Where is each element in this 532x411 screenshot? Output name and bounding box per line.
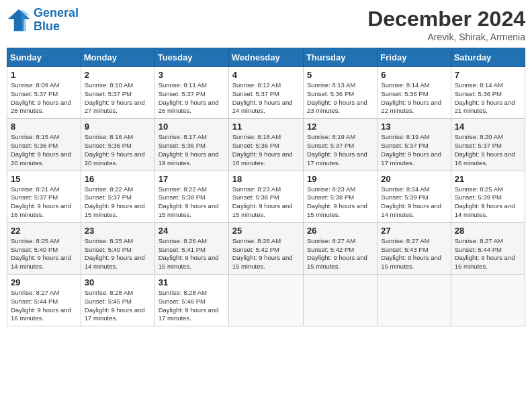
day-info: Sunrise: 8:28 AMSunset: 5:45 PMDaylight:… [85,289,151,323]
location: Arevik, Shirak, Armenia [367,32,525,42]
calendar-table: SundayMondayTuesdayWednesdayThursdayFrid… [7,48,525,326]
day-number: 16 [85,174,151,184]
calendar-cell: 16Sunrise: 8:22 AMSunset: 5:37 PMDayligh… [81,171,154,222]
day-number: 18 [232,174,300,184]
calendar-cell: 9Sunrise: 8:16 AMSunset: 5:36 PMDaylight… [81,119,154,171]
calendar-cell: 8Sunrise: 8:15 AMSunset: 5:36 PMDaylight… [7,119,81,171]
day-info: Sunrise: 8:25 AMSunset: 5:40 PMDaylight:… [11,237,77,271]
day-info: Sunrise: 8:21 AMSunset: 5:37 PMDaylight:… [11,185,77,220]
calendar-cell: 5Sunrise: 8:13 AMSunset: 5:36 PMDaylight… [303,67,377,119]
day-info: Sunrise: 8:27 AMSunset: 5:44 PMDaylight:… [11,289,77,323]
calendar-cell: 11Sunrise: 8:18 AMSunset: 5:36 PMDayligh… [228,119,303,171]
calendar-cell: 18Sunrise: 8:23 AMSunset: 5:38 PMDayligh… [228,171,303,222]
day-number: 9 [85,122,151,132]
calendar-header-thursday: Thursday [303,48,377,67]
calendar-cell [303,275,377,326]
day-info: Sunrise: 8:24 AMSunset: 5:39 PMDaylight:… [381,185,447,220]
calendar-cell: 20Sunrise: 8:24 AMSunset: 5:39 PMDayligh… [378,171,451,222]
day-number: 20 [381,174,447,184]
day-info: Sunrise: 8:26 AMSunset: 5:41 PMDaylight:… [159,237,225,271]
day-info: Sunrise: 8:23 AMSunset: 5:38 PMDaylight:… [232,185,300,220]
calendar-cell: 6Sunrise: 8:14 AMSunset: 5:36 PMDaylight… [378,67,451,119]
calendar-cell: 15Sunrise: 8:21 AMSunset: 5:37 PMDayligh… [7,171,81,222]
calendar-cell: 14Sunrise: 8:20 AMSunset: 5:37 PMDayligh… [451,119,525,171]
day-number: 5 [307,70,373,80]
calendar-cell: 4Sunrise: 8:12 AMSunset: 5:37 PMDaylight… [228,67,303,119]
day-info: Sunrise: 8:09 AMSunset: 5:37 PMDaylight:… [11,81,77,116]
calendar-header-friday: Friday [378,48,451,67]
svg-marker-0 [8,9,30,31]
day-number: 8 [11,122,77,132]
day-info: Sunrise: 8:25 AMSunset: 5:40 PMDaylight:… [85,237,151,271]
calendar-week-5: 29Sunrise: 8:27 AMSunset: 5:44 PMDayligh… [7,275,525,326]
day-number: 28 [455,226,521,236]
day-number: 3 [159,70,225,80]
calendar-week-1: 1Sunrise: 8:09 AMSunset: 5:37 PMDaylight… [7,67,525,119]
day-info: Sunrise: 8:10 AMSunset: 5:37 PMDaylight:… [85,81,151,116]
calendar-cell: 21Sunrise: 8:25 AMSunset: 5:39 PMDayligh… [451,171,525,222]
calendar-cell: 30Sunrise: 8:28 AMSunset: 5:45 PMDayligh… [81,275,154,326]
day-info: Sunrise: 8:18 AMSunset: 5:36 PMDaylight:… [232,133,300,167]
day-info: Sunrise: 8:19 AMSunset: 5:37 PMDaylight:… [381,133,447,167]
day-info: Sunrise: 8:14 AMSunset: 5:36 PMDaylight:… [381,81,447,116]
day-info: Sunrise: 8:17 AMSunset: 5:36 PMDaylight:… [159,133,225,167]
day-number: 12 [307,122,373,132]
calendar-cell: 1Sunrise: 8:09 AMSunset: 5:37 PMDaylight… [7,67,81,119]
day-info: Sunrise: 8:20 AMSunset: 5:37 PMDaylight:… [455,133,521,167]
logo-line2: Blue [34,19,60,33]
calendar-header-wednesday: Wednesday [228,48,303,67]
calendar-cell: 29Sunrise: 8:27 AMSunset: 5:44 PMDayligh… [7,275,81,326]
day-number: 25 [232,226,300,236]
calendar-cell: 27Sunrise: 8:27 AMSunset: 5:43 PMDayligh… [378,222,451,274]
day-info: Sunrise: 8:19 AMSunset: 5:37 PMDaylight:… [307,133,373,167]
day-number: 2 [85,70,151,80]
day-info: Sunrise: 8:16 AMSunset: 5:36 PMDaylight:… [85,133,151,167]
calendar-header-sunday: Sunday [7,48,81,67]
calendar-week-4: 22Sunrise: 8:25 AMSunset: 5:40 PMDayligh… [7,222,525,274]
calendar-cell [228,275,303,326]
day-number: 1 [11,70,77,80]
calendar-cell: 10Sunrise: 8:17 AMSunset: 5:36 PMDayligh… [154,119,228,171]
calendar-cell: 24Sunrise: 8:26 AMSunset: 5:41 PMDayligh… [154,222,228,274]
calendar-body: 1Sunrise: 8:09 AMSunset: 5:37 PMDaylight… [7,67,525,326]
day-info: Sunrise: 8:27 AMSunset: 5:43 PMDaylight:… [381,237,447,271]
logo: General Blue [7,7,79,34]
day-number: 4 [232,70,300,80]
day-info: Sunrise: 8:26 AMSunset: 5:42 PMDaylight:… [232,237,300,271]
day-info: Sunrise: 8:11 AMSunset: 5:37 PMDaylight:… [159,81,225,116]
calendar-cell: 26Sunrise: 8:27 AMSunset: 5:42 PMDayligh… [303,222,377,274]
day-info: Sunrise: 8:27 AMSunset: 5:44 PMDaylight:… [455,237,521,271]
day-info: Sunrise: 8:13 AMSunset: 5:36 PMDaylight:… [307,81,373,116]
calendar-cell [378,275,451,326]
calendar-cell: 25Sunrise: 8:26 AMSunset: 5:42 PMDayligh… [228,222,303,274]
svg-marker-1 [21,9,30,31]
calendar-cell: 28Sunrise: 8:27 AMSunset: 5:44 PMDayligh… [451,222,525,274]
calendar-cell [451,275,525,326]
day-number: 13 [381,122,447,132]
day-info: Sunrise: 8:27 AMSunset: 5:42 PMDaylight:… [307,237,373,271]
day-number: 6 [381,70,447,80]
day-number: 31 [159,277,225,287]
calendar-cell: 12Sunrise: 8:19 AMSunset: 5:37 PMDayligh… [303,119,377,171]
day-number: 29 [11,277,77,287]
day-info: Sunrise: 8:22 AMSunset: 5:37 PMDaylight:… [85,185,151,220]
calendar-cell: 2Sunrise: 8:10 AMSunset: 5:37 PMDaylight… [81,67,154,119]
calendar-header-monday: Monday [81,48,154,67]
calendar-cell: 22Sunrise: 8:25 AMSunset: 5:40 PMDayligh… [7,222,81,274]
calendar-cell: 17Sunrise: 8:22 AMSunset: 5:38 PMDayligh… [154,171,228,222]
day-info: Sunrise: 8:12 AMSunset: 5:37 PMDaylight:… [232,81,300,116]
page: General Blue December 2024 Arevik, Shira… [0,0,532,411]
day-info: Sunrise: 8:22 AMSunset: 5:38 PMDaylight:… [159,185,225,220]
calendar-header-saturday: Saturday [451,48,525,67]
logo-line1: General [34,6,79,19]
calendar-week-3: 15Sunrise: 8:21 AMSunset: 5:37 PMDayligh… [7,171,525,222]
title-area: December 2024 Arevik, Shirak, Armenia [367,7,525,42]
day-number: 30 [85,277,151,287]
day-number: 15 [11,174,77,184]
day-info: Sunrise: 8:14 AMSunset: 5:36 PMDaylight:… [455,81,521,116]
day-info: Sunrise: 8:15 AMSunset: 5:36 PMDaylight:… [11,133,77,167]
calendar-header-row: SundayMondayTuesdayWednesdayThursdayFrid… [7,48,525,67]
calendar-cell: 19Sunrise: 8:23 AMSunset: 5:38 PMDayligh… [303,171,377,222]
calendar-cell: 13Sunrise: 8:19 AMSunset: 5:37 PMDayligh… [378,119,451,171]
day-number: 11 [232,122,300,132]
